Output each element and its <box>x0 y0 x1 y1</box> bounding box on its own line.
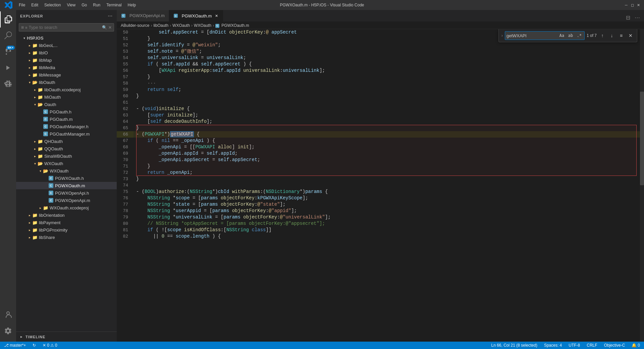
error-status[interactable]: ✕ 0 ⚠ 0 <box>41 342 58 349</box>
line-content[interactable]: } <box>133 93 640 99</box>
tree-item-pgwxopenapi-m[interactable]: ▸ C PGWXOpenApi.m <box>16 197 117 204</box>
find-more-options-button[interactable]: ≡ <box>618 32 625 39</box>
tree-item-libpgproximity[interactable]: ▸ 📁 libPGProximity <box>16 226 117 234</box>
search-input[interactable] <box>29 25 99 30</box>
line-content[interactable]: self.identify = @"weixin"; <box>133 42 640 48</box>
tree-item-pgwxoauth-m[interactable]: ▸ C PGWXOauth.m <box>16 182 117 189</box>
breadcrumb-file[interactable]: PGWXOauth.m <box>221 23 249 28</box>
find-prev-button[interactable]: ↑ <box>599 32 606 39</box>
breadcrumb-part-1[interactable]: ABuilder-source <box>121 23 149 28</box>
line-content[interactable]: _openApi = [[PGWXAPI alloc] init]; <box>133 144 640 150</box>
line-content[interactable]: [WXApi registerApp:self.appId universalL… <box>133 67 640 74</box>
line-content[interactable]: // NSString *optAppSecret = [params obje… <box>133 220 640 227</box>
tab-pgwxopenapi[interactable]: C PGWXOpenApi.m <box>117 10 169 21</box>
line-content[interactable]: NSString *universalLink = [params object… <box>133 214 640 220</box>
line-content[interactable]: } <box>133 125 640 131</box>
line-content[interactable]: } <box>133 163 640 169</box>
tree-item-liboauth[interactable]: ▾ 📂 libOauth <box>16 79 117 86</box>
line-content[interactable]: self.universalLink = universalLink; <box>133 55 640 61</box>
menu-file[interactable]: File <box>16 1 28 9</box>
line-content[interactable]: } <box>133 74 640 80</box>
line-content[interactable]: - (BOOL)authorize:(NSString*)cbId withPa… <box>133 189 640 195</box>
menu-view[interactable]: View <box>64 1 78 9</box>
tree-item-pgoauth-h[interactable]: ▸ C PGOauth.h <box>16 108 117 115</box>
menu-edit[interactable]: Edit <box>29 1 41 9</box>
search-close-icon[interactable]: ✕ <box>108 25 112 30</box>
regex-button[interactable]: .* <box>576 32 583 39</box>
tree-item-pgwxoauth-h[interactable]: ▸ C PGWXOauth.h <box>16 174 117 182</box>
tree-item-mioauth[interactable]: ▸ 📁 MiOauth <box>16 93 117 101</box>
line-content[interactable]: self.note = @"微信"; <box>133 48 640 55</box>
line-content[interactable]: [super initalize]; <box>133 112 640 118</box>
menu-go[interactable]: Go <box>79 1 90 9</box>
line-content[interactable]: [self decodeOauthInfo]; <box>133 118 640 125</box>
new-file-icon[interactable]: ⋯ <box>108 13 113 19</box>
close-button[interactable]: ✕ <box>636 3 641 7</box>
activity-run[interactable] <box>0 60 16 76</box>
line-ending-status[interactable]: CRLF <box>585 342 598 349</box>
cursor-position[interactable]: Ln 66, Col 21 (8 selected) <box>490 342 538 349</box>
tree-item-pgoauthmanager-h[interactable]: ▸ C PGOauthManager.h <box>16 123 117 130</box>
spaces-status[interactable]: Spaces: 4 <box>543 342 563 349</box>
line-content[interactable]: _openApi.appSecret = self.appSecret; <box>133 157 640 163</box>
tree-item-libmedia[interactable]: ▸ 📁 libMedia <box>16 64 117 71</box>
tree-item-libgeo[interactable]: ▸ 📁 libGeoL... <box>16 42 117 49</box>
notification-status[interactable]: 🔔 0 <box>630 342 641 349</box>
editor-scrollbar[interactable] <box>640 29 644 342</box>
tree-item-pgoauth-m[interactable]: ▸ C PGOauth.m <box>16 115 117 123</box>
line-content[interactable]: || 0 == scope.length ) { <box>133 233 640 240</box>
line-content[interactable]: NSString *scope = [params objectForKey:k… <box>133 195 640 201</box>
tree-item-wxoauth[interactable]: ▾ 📂 WXOauth <box>16 160 117 167</box>
line-content[interactable] <box>133 99 640 106</box>
tree-item-sinawboauth[interactable]: ▸ 📁 SinaWBOauth <box>16 152 117 160</box>
line-content[interactable]: NSString *userAppid = [params objectForK… <box>133 208 640 214</box>
maximize-button[interactable]: ◻ <box>630 3 635 7</box>
activity-search[interactable] <box>0 28 16 44</box>
language-status[interactable]: Objective-C <box>603 342 627 349</box>
line-content[interactable]: NSString *state = [params objectForKey:@… <box>133 201 640 208</box>
search-go-icon[interactable]: 🔍 <box>102 25 107 30</box>
breadcrumb-part-3[interactable]: WXOauth <box>172 23 190 28</box>
menu-run[interactable]: Run <box>90 1 103 9</box>
tree-root[interactable]: ▾ H5P.IOS <box>16 34 117 42</box>
find-close-button[interactable]: ✕ <box>627 32 634 39</box>
code-editor[interactable]: 50 self.appSecret = [dnDict objectForKey… <box>117 29 640 342</box>
sync-status[interactable]: ↻ <box>31 342 37 349</box>
line-content[interactable]: return _openApi; <box>133 169 640 176</box>
tree-item-libpayment[interactable]: ▸ 📁 libPayment <box>16 219 117 226</box>
activity-extensions[interactable] <box>0 76 16 92</box>
menu-help[interactable]: Help <box>125 1 139 9</box>
menu-terminal[interactable]: Terminal <box>104 1 124 9</box>
line-content[interactable]: _openApi.appId = self.appId; <box>133 150 640 157</box>
menu-selection[interactable]: Selection <box>42 1 63 9</box>
tree-item-liboauth-xcode[interactable]: ▸ 📁 libOauth.xcodeproj <box>16 86 117 93</box>
line-content[interactable] <box>133 182 640 189</box>
find-input[interactable] <box>506 33 557 38</box>
tree-item-wxoauth-xcode[interactable]: ▸ 📁 WXOauth.xcodeproj <box>16 204 117 211</box>
tree-item-qhoauth[interactable]: ▸ 📁 QHOauth <box>16 138 117 145</box>
activity-account[interactable] <box>0 307 16 323</box>
line-content[interactable]: } <box>133 176 640 182</box>
breadcrumb-part-2[interactable]: libOauth <box>153 23 168 28</box>
tree-item-liborientation[interactable]: ▸ 📁 libOrientation <box>16 211 117 219</box>
tree-item-oauth[interactable]: ▾ 📂 Oauth <box>16 101 117 108</box>
line-content[interactable]: ··· <box>133 80 640 87</box>
activity-source-control[interactable]: 6K+ <box>0 44 16 60</box>
tree-item-pgwxopenapi-h[interactable]: ▸ C PGWXOpenApi.h <box>16 189 117 197</box>
tab-pgwxoauth[interactable]: C PGWXOauth.m ✕ <box>169 10 224 21</box>
tree-item-libshare[interactable]: ▸ 📁 libShare <box>16 234 117 241</box>
line-content[interactable]: - (PGWXAPI*)getWXAPI { <box>133 131 640 138</box>
timeline-section[interactable]: ▸ TIMELINE <box>16 332 117 342</box>
line-content[interactable]: - (void)initalize { <box>133 106 640 112</box>
tree-item-wxoauth-inner[interactable]: ▾ 📂 WXOauth <box>16 167 117 174</box>
line-content[interactable]: if ( nil == _openApi ) { <box>133 138 640 144</box>
match-case-button[interactable]: Aa <box>558 32 566 39</box>
activity-settings[interactable] <box>0 323 16 339</box>
line-content[interactable]: if ( self.appId && self.appSecret ) { <box>133 61 640 67</box>
encoding-status[interactable]: UTF-8 <box>567 342 581 349</box>
branch-status[interactable]: ⎇ master*+ <box>3 342 27 349</box>
find-next-button[interactable]: ↓ <box>608 32 615 39</box>
tree-item-pgoauthmanager-m[interactable]: ▸ C PGOauthManager.m <box>16 130 117 138</box>
tree-item-qqoauth[interactable]: ▸ 📁 QQOauth <box>16 145 117 152</box>
more-actions-button[interactable]: ⋯ <box>633 13 641 21</box>
